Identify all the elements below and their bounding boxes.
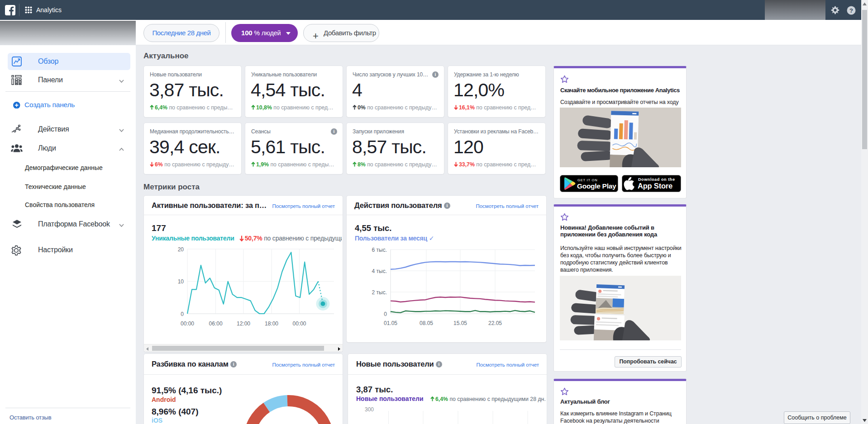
svg-text:12:00: 12:00 bbox=[237, 320, 250, 327]
svg-text:18:00: 18:00 bbox=[265, 320, 278, 327]
svg-text:2 тыс.: 2 тыс. bbox=[372, 289, 387, 296]
svg-text:08.05: 08.05 bbox=[420, 320, 433, 326]
svg-text:0: 0 bbox=[384, 311, 387, 317]
svg-text:01.05: 01.05 bbox=[384, 320, 397, 326]
svg-text:GET IT ON: GET IT ON bbox=[577, 178, 597, 182]
svg-text:App Store: App Store bbox=[638, 182, 672, 190]
svg-text:6 тыс.: 6 тыс. bbox=[372, 247, 387, 253]
svg-text:Google Play: Google Play bbox=[577, 182, 616, 190]
svg-text:?: ? bbox=[849, 7, 853, 14]
svg-text:10: 10 bbox=[178, 278, 184, 285]
svg-text:15.05: 15.05 bbox=[453, 320, 467, 326]
svg-text:20: 20 bbox=[178, 246, 184, 253]
svg-text:06:00: 06:00 bbox=[209, 320, 223, 327]
svg-text:00:00: 00:00 bbox=[292, 320, 306, 327]
svg-text:Download on the: Download on the bbox=[638, 177, 675, 182]
svg-text:4 тыс.: 4 тыс. bbox=[372, 268, 387, 274]
svg-text:22.05: 22.05 bbox=[488, 320, 502, 326]
svg-text:0: 0 bbox=[181, 311, 184, 317]
svg-text:00:00: 00:00 bbox=[181, 320, 194, 327]
